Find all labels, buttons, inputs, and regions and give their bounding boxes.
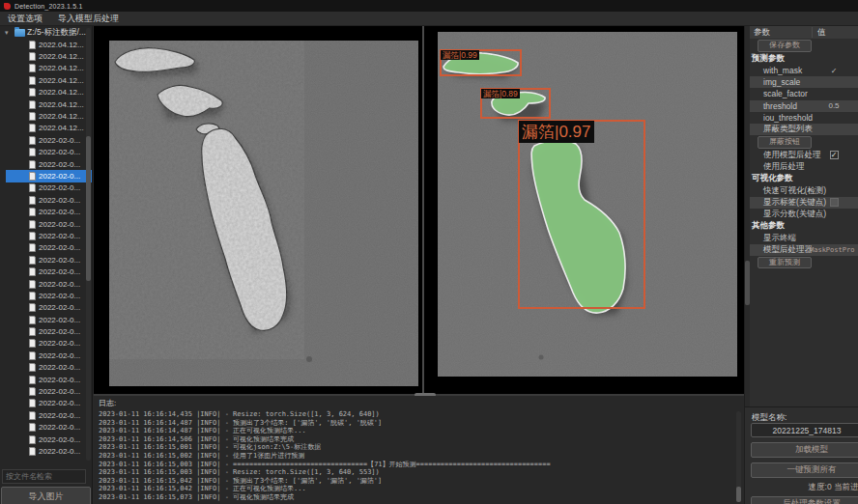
tree-item[interactable]: 2022-02-0... [6,302,92,314]
tree-item[interactable]: 2022-02-0... [6,434,92,445]
param-row[interactable]: with_mask✓ [750,65,858,76]
model-name-field[interactable]: 20221225_174813 [751,423,858,437]
checkbox[interactable]: ✓ [830,151,839,159]
menu-item-1[interactable]: 设置选项 [8,13,43,25]
param-row[interactable]: 显示分数(关键点) [750,209,858,220]
file-icon [29,112,36,121]
param-value: ✓ [810,151,858,159]
tree-item[interactable]: 2022-02-0... [6,134,92,146]
tree-item[interactable]: 2022-02-0... [6,254,92,266]
tree-item[interactable]: 2022-02-0... [6,170,92,182]
tree-item[interactable]: 2022.04.12... [6,87,92,98]
tree-item-label: 2022-02-0... [39,160,80,169]
tree-item[interactable]: 2022-02-0... [6,445,92,457]
param-label: with_mask [750,66,802,75]
tree-item[interactable]: 2022-02-0... [6,338,92,350]
file-tree[interactable]: ▾ Z:/5-标注数据/... 2022.04.12...2022.04.12.… [0,26,92,463]
tree-item[interactable]: 2022-02-0... [6,314,92,325]
tree-item[interactable]: 2022-02-0... [6,325,92,337]
tree-item[interactable]: 2022-02-0... [6,385,92,397]
param-row[interactable]: scale_factor [750,88,858,99]
file-icon [29,303,36,312]
tree-root-folder[interactable]: ▾ Z:/5-标注数据/... [0,26,92,39]
tree-item[interactable]: 2022.04.12... [6,110,92,122]
tree-item-label: 2022-02-0... [39,220,80,229]
tree-item[interactable]: 2022-02-0... [6,206,92,217]
param-row[interactable]: threshold0.5 [750,100,858,112]
file-icon [29,435,36,444]
param-row[interactable]: 使用后处理 [750,161,858,173]
tree-item[interactable]: 2022.04.12... [6,74,92,86]
tree-item[interactable]: 2022-02-0... [6,374,92,385]
tree-item-label: 2022.04.12... [39,112,84,121]
tree-scrollbar-thumb[interactable] [86,136,91,281]
param-row[interactable]: 屏蔽类型列表 [750,124,858,135]
file-tree-panel: ▾ Z:/5-标注数据/... 2022.04.12...2022.04.12.… [0,26,93,504]
file-icon [29,363,36,372]
tree-item[interactable]: 2022.04.12... [6,98,92,110]
import-images-button[interactable]: 导入图片 [1,487,91,504]
filename-search-input[interactable] [2,469,86,484]
menu-item-2[interactable]: 导入模型后处理 [58,13,119,25]
tree-item[interactable]: 2022-02-0... [6,290,92,301]
log-line: 2023-01-11 16:16:15,003 |INFO| - =======… [99,461,744,469]
detection-box [518,120,645,309]
param-row[interactable]: 快速可视化(检测) [750,185,858,197]
folder-icon [14,29,25,37]
tree-item[interactable]: 2022-02-0... [6,409,92,421]
re-predict-button[interactable]: 重新预测 [758,257,812,269]
param-row[interactable]: 显示标签(关键点) [750,197,858,209]
tree-item[interactable]: 2022-02-0... [6,194,92,206]
param-row[interactable]: img_scale [750,76,858,88]
log-scrollbar-thumb[interactable] [736,487,741,502]
menu-bar: 设置选项导入模型后处理 [0,12,858,26]
tree-item[interactable]: 2022-02-0... [6,398,92,409]
log-line: 2023-01-11 16:16:15,002 |INFO| - 使用了1张图片… [99,452,744,461]
tree-item[interactable]: 2022.04.12... [6,123,92,134]
param-section-title: 可视化参数 [750,173,858,185]
log-line: 2023-01-11 16:16:14,435 |INFO| - Resize:… [99,410,744,419]
app-icon [4,3,11,10]
tree-item[interactable]: 2022-02-0... [6,422,92,434]
source-image-panel[interactable] [109,41,418,386]
param-row[interactable]: iou_threshold [750,112,858,124]
tree-scrollbar[interactable] [86,28,91,461]
param-row[interactable]: 模型后处理器MaskPostPro [750,244,858,256]
postprocess-settings-button[interactable]: 后处理参数设置 [751,496,858,504]
caret-down-icon[interactable]: ▾ [5,29,13,37]
log-scrollbar[interactable] [736,411,741,502]
tree-item[interactable]: 2022-02-0... [6,362,92,374]
tree-item-label: 2022-02-0... [39,435,80,444]
param-row[interactable]: 显示终端 [750,233,858,244]
mask-types-button[interactable]: 屏蔽按钮 [758,136,812,149]
file-icon [29,267,36,276]
file-icon [29,64,36,72]
tree-item[interactable]: 2022-02-0... [6,158,92,170]
tree-item[interactable]: 2022-02-0... [6,182,92,194]
tree-item[interactable]: 2022.04.12... [6,63,92,74]
checkbox[interactable] [830,198,839,207]
title-bar: Detection_2023.1.5.1 [0,0,858,12]
load-model-button[interactable]: 加载模型 [751,442,858,458]
tree-item-label: 2022-02-0... [39,363,80,372]
param-value: MaskPostPro [810,246,858,254]
tree-item[interactable]: 2022-02-0... [6,242,92,254]
tree-item[interactable]: 2022-02-0... [6,147,92,158]
param-row[interactable]: 使用模型后处理✓ [750,150,858,161]
param-value [810,198,858,207]
tree-item[interactable]: 2022-02-0... [6,350,92,361]
detection-label: 漏箔|0.97 [519,121,594,143]
predict-all-button[interactable]: 一键预测所有 [751,462,858,478]
tree-item[interactable]: 2022-02-0... [6,230,92,241]
tree-item[interactable]: 2022.04.12... [6,39,92,50]
tree-item-label: 2022-02-0... [39,292,80,300]
tree-item[interactable]: 2022-02-0... [6,278,92,290]
tree-item[interactable]: 2022-02-0... [6,266,92,277]
tree-item[interactable]: 2022-02-0... [6,218,92,230]
tree-item-label: 2022-02-0... [39,411,80,420]
log-line: 2023-01-11 16:16:14,487 |INFO| - 正在可视化预测… [99,427,744,435]
log-output[interactable]: 2023-01-11 16:16:14,435 |INFO| - Resize:… [99,410,744,502]
prediction-image-panel[interactable]: 漏箔|0.99漏箔|0.89漏箔|0.97 [438,32,737,377]
tree-item[interactable]: 2022.04.12... [6,50,92,62]
save-params-button[interactable]: 保存参数 [758,40,812,52]
